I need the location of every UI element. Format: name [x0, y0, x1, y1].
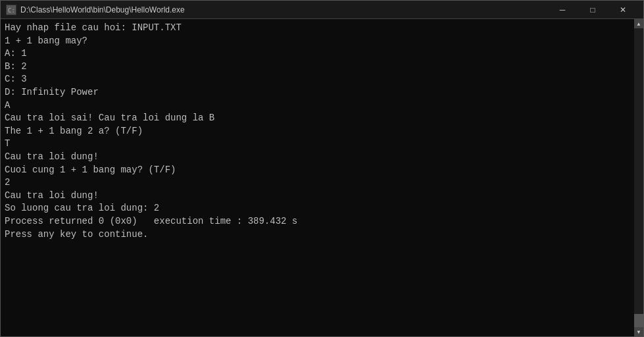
scroll-down-arrow[interactable]: ▼ [634, 327, 643, 336]
scrollbar-thumb[interactable] [634, 314, 643, 327]
scrollbar-track[interactable] [634, 28, 643, 327]
terminal-icon: C: [6, 5, 16, 15]
console-area: Hay nhap file cau hoi: INPUT.TXT 1 + 1 b… [1, 19, 643, 336]
maximize-button[interactable]: □ [578, 1, 608, 19]
title-bar-left: C: D:\Class\HelloWorld\bin\Debug\HelloWo… [6, 5, 185, 15]
close-button[interactable]: ✕ [608, 1, 638, 19]
title-bar: C: D:\Class\HelloWorld\bin\Debug\HelloWo… [1, 1, 643, 19]
scroll-up-arrow[interactable]: ▲ [634, 19, 643, 28]
svg-text:C:: C: [8, 7, 15, 14]
window: C: D:\Class\HelloWorld\bin\Debug\HelloWo… [0, 0, 644, 337]
scrollbar[interactable]: ▲ ▼ [634, 19, 643, 336]
minimize-button[interactable]: ─ [547, 1, 578, 19]
title-bar-controls: ─ □ ✕ [547, 1, 638, 19]
window-title: D:\Class\HelloWorld\bin\Debug\HelloWorld… [20, 5, 185, 14]
console-output: Hay nhap file cau hoi: INPUT.TXT 1 + 1 b… [5, 22, 639, 241]
